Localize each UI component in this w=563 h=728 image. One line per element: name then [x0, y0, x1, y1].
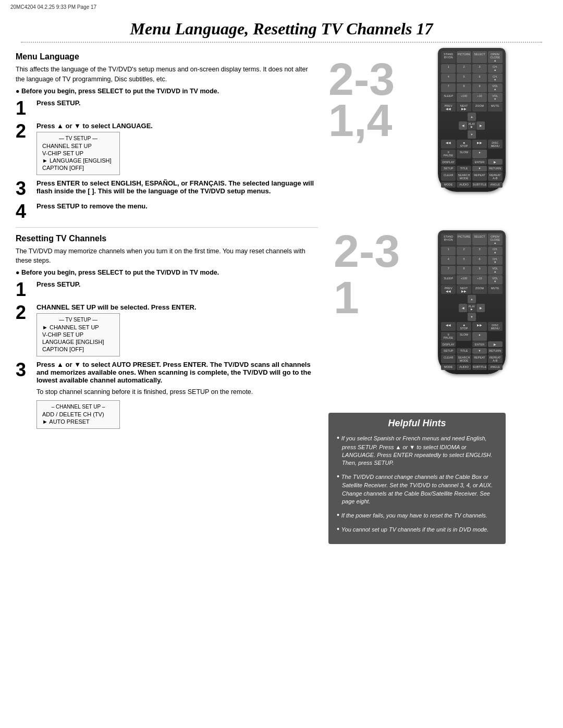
b-btn-2[interactable]: 2	[457, 246, 471, 255]
b-nav-right2[interactable]: ▶	[488, 341, 503, 347]
nav-up[interactable]: ▲	[468, 113, 476, 121]
b-sleep-btn[interactable]: SLEEP	[441, 275, 456, 284]
b-display-btn[interactable]: DISPLAY	[441, 341, 456, 347]
nav-left[interactable]: ◀	[459, 121, 467, 130]
b-audio-btn[interactable]: AUDIO	[457, 364, 471, 370]
btn-3[interactable]: 3	[472, 64, 487, 73]
mute-btn[interactable]: MUTE	[488, 103, 503, 112]
prev-btn[interactable]: PREV◀◀	[441, 103, 456, 112]
b-setup-btn[interactable]: SETUP	[441, 348, 456, 354]
b-standby-btn[interactable]: STANDBY/ON	[441, 233, 456, 245]
nav-right[interactable]: ▶	[476, 121, 485, 130]
b-picture-btn[interactable]: PICTURE	[457, 233, 471, 245]
b-disc-menu-btn[interactable]: DISCMENU	[488, 322, 503, 331]
b-repeat-btn[interactable]: REPEAT	[472, 354, 487, 363]
b-btn-4[interactable]: 4	[441, 256, 456, 265]
disc-menu-btn[interactable]: DISCMENU	[488, 140, 503, 149]
b-mode-btn[interactable]: MODE	[441, 364, 456, 370]
btn-4[interactable]: 4	[441, 73, 456, 82]
b-btn-8[interactable]: 8	[457, 266, 471, 275]
b-btn-vol-dn[interactable]: VOL▼	[488, 275, 503, 284]
zoom-btn[interactable]: ZOOM	[472, 103, 487, 112]
b-enter-btn[interactable]: ENTER	[472, 341, 487, 347]
audio-btn[interactable]: AUDIO	[457, 182, 471, 188]
b-btn-7[interactable]: 7	[441, 266, 456, 275]
sleep-btn[interactable]: SLEEP	[441, 93, 456, 102]
btn-7[interactable]: 7	[441, 83, 456, 92]
btn-1[interactable]: 1	[441, 64, 456, 73]
b-open-close-btn[interactable]: OPEN/CLOSE▲	[488, 233, 503, 245]
mode-btn[interactable]: MODE	[441, 182, 456, 188]
b-subtitle-btn[interactable]: SUBTITLE	[472, 364, 487, 370]
title-btn[interactable]: TITLE	[457, 166, 471, 171]
search-mode-btn[interactable]: SEARCHMODE	[457, 172, 471, 181]
b-nav-up2[interactable]: ▲	[472, 332, 487, 341]
b-search-mode-btn[interactable]: SEARCHMODE	[457, 354, 471, 363]
next-btn[interactable]: NEXT▶▶	[457, 103, 471, 112]
b-nav-center[interactable]: PLAY▶	[468, 304, 476, 312]
b-btn-10[interactable]: +10	[472, 275, 487, 284]
picture-btn[interactable]: PICTURE	[457, 51, 471, 63]
b-nav-down[interactable]: ▼	[468, 313, 476, 321]
repeat-btn[interactable]: REPEAT	[472, 172, 487, 181]
b-next-btn[interactable]: NEXT▶▶	[457, 285, 471, 294]
subtitle-btn[interactable]: SUBTITLE	[472, 182, 487, 188]
standby-btn[interactable]: STANDBY/ON	[441, 51, 456, 63]
b-nav-right[interactable]: ▶	[476, 304, 485, 312]
b-nav-left[interactable]: ◀	[459, 304, 467, 312]
b-mute-btn[interactable]: MUTE	[488, 285, 503, 294]
setup-btn[interactable]: SETUP	[441, 166, 456, 171]
nav-up2[interactable]: ▲	[472, 150, 487, 158]
clear-btn[interactable]: CLEAR	[441, 172, 456, 181]
return-btn[interactable]: RETURN	[488, 166, 503, 171]
rew-btn[interactable]: ◀◀	[441, 140, 456, 149]
b-angle-btn[interactable]: ANGLE	[488, 364, 503, 370]
btn-vol-dn[interactable]: VOL▼	[488, 93, 503, 102]
b-btn-1[interactable]: 1	[441, 246, 456, 255]
display-btn[interactable]: DISPLAY	[441, 159, 456, 165]
nav-center[interactable]: PLAY▶	[468, 121, 476, 130]
btn-6[interactable]: 6	[472, 73, 487, 82]
btn-5[interactable]: 5	[457, 73, 471, 82]
enter-btn[interactable]: ENTER	[472, 159, 487, 165]
b-slow-btn[interactable]: SLOW	[457, 332, 471, 341]
b-stop-btn[interactable]: ■STOP	[457, 322, 471, 331]
open-close-btn[interactable]: OPEN/CLOSE▲	[488, 51, 503, 63]
b-prev-btn[interactable]: PREV◀◀	[441, 285, 456, 294]
b-nav-dn2[interactable]: ▼	[472, 348, 487, 354]
b-ff-btn[interactable]: ▶▶	[472, 322, 487, 331]
nav-right2[interactable]: ▶	[488, 159, 503, 165]
b-btn-3[interactable]: 3	[472, 246, 487, 255]
b-nav-up[interactable]: ▲	[468, 295, 476, 303]
stop-btn[interactable]: ■STOP	[457, 140, 471, 149]
b-repeat2-btn[interactable]: REPEATA-B	[488, 354, 503, 363]
b-select-btn[interactable]: SELECT	[472, 233, 487, 245]
b-btn-ch-dn[interactable]: CH.▼	[488, 256, 503, 265]
b-pause-btn[interactable]: IIPAUSE	[441, 332, 456, 341]
btn-ch-dn[interactable]: CH.▼	[488, 73, 503, 82]
nav-dn2[interactable]: ▼	[472, 166, 487, 171]
b-zoom-btn[interactable]: ZOOM	[472, 285, 487, 294]
slow-btn[interactable]: SLOW	[457, 150, 471, 158]
b-rew-btn[interactable]: ◀◀	[441, 322, 456, 331]
nav-down[interactable]: ▼	[468, 130, 476, 139]
b-btn-5[interactable]: 5	[457, 256, 471, 265]
angle-btn[interactable]: ANGLE	[488, 182, 503, 188]
ff-btn[interactable]: ▶▶	[472, 140, 487, 149]
b-title-btn[interactable]: TITLE	[457, 348, 471, 354]
btn-9[interactable]: 9	[472, 83, 487, 92]
b-btn-100[interactable]: +100	[457, 275, 471, 284]
btn-100[interactable]: +100	[457, 93, 471, 102]
repeat2-btn[interactable]: REPEATA-B	[488, 172, 503, 181]
b-btn-6[interactable]: 6	[472, 256, 487, 265]
btn-8[interactable]: 8	[457, 83, 471, 92]
pause-btn[interactable]: IIPAUSE	[441, 150, 456, 158]
btn-10[interactable]: +10	[472, 93, 487, 102]
b-btn-vol-up[interactable]: VOL▲	[488, 266, 503, 275]
b-clear-btn[interactable]: CLEAR	[441, 354, 456, 363]
btn-vol-up[interactable]: VOL▲	[488, 83, 503, 92]
select-btn[interactable]: SELECT	[472, 51, 487, 63]
btn-2[interactable]: 2	[457, 64, 471, 73]
b-btn-ch-up[interactable]: CH.▲	[488, 246, 503, 255]
b-return-btn[interactable]: RETURN	[488, 348, 503, 354]
